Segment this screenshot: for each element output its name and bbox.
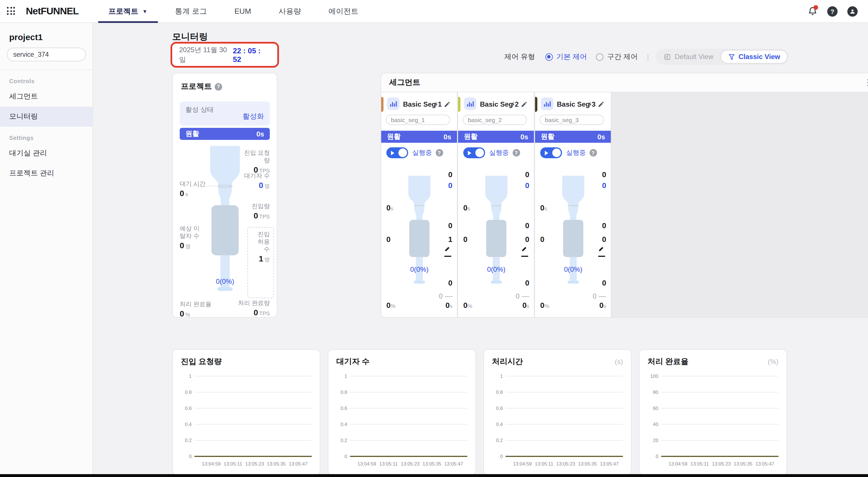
svg-text:80: 80 [653,389,658,395]
menu-item-eum[interactable]: EUM [221,0,265,23]
classic-view-button[interactable]: Classic View [720,50,787,64]
segment-proc-time: 0s [445,301,453,310]
app-launcher-icon[interactable] [7,7,16,15]
account-icon[interactable] [847,6,858,16]
bolt-icon[interactable] [510,100,517,110]
grid-view-icon [664,53,671,61]
current-time: 22 : 05 : 52 [233,46,270,63]
default-view-button[interactable]: Default View [657,50,720,63]
notification-bell-icon[interactable] [808,6,817,16]
help-icon[interactable]: ? [215,83,222,90]
svg-text:13:05:35: 13:05:35 [578,461,597,467]
edit-allowed-icon[interactable] [521,245,528,257]
metric-expected-dropout: 예상 이탈자 수 0명 [180,225,205,251]
help-icon[interactable]: ? [589,149,597,157]
svg-text:0.8: 0.8 [496,389,503,395]
svg-text:0.4: 0.4 [496,422,503,427]
svg-text:13:04:59: 13:04:59 [513,461,532,467]
run-toggle[interactable] [540,147,562,158]
sidebar-item-segment[interactable]: 세그먼트 [0,87,92,107]
sidebar-section-controls: Controls [9,78,92,84]
svg-text:13:04:59: 13:04:59 [358,461,376,467]
project-card: 프로젝트? 활성 상태 활성화 원활 0s 0(0%) 진입 [172,73,277,318]
svg-text:40: 40 [653,422,658,427]
run-toggle[interactable] [386,147,408,158]
menu-item-usage[interactable]: 사용량 [265,0,315,23]
edit-pencil-icon[interactable] [598,100,604,110]
svg-text:13:05:11: 13:05:11 [690,461,709,467]
sidebar-item-project-mgmt[interactable]: 프로젝트 관리 [0,163,92,183]
project-card-title: 프로젝트 [181,82,212,91]
radio-range-control[interactable]: 구간 제어 [596,52,638,62]
segment-completed: 0 [448,279,453,287]
service-select[interactable] [7,47,86,61]
svg-text:13:04:59: 13:04:59 [669,461,687,467]
vertical-divider: | [647,53,649,61]
sidebar-item-monitoring[interactable]: 모니터링 [0,107,92,127]
chart-card-waiting-count: 대기자 수 00.20.40.60.8113:04:5913:05:1113:0… [328,349,476,474]
menu-item-project[interactable]: 프로젝트 ▼ [95,0,161,23]
segment-state-bar: 원활0s [535,131,611,143]
play-icon [468,150,471,155]
radio-basic-control[interactable]: 기본 제어 [546,52,587,62]
run-toggle[interactable] [463,147,485,158]
svg-text:0.2: 0.2 [340,438,347,443]
chart-title: 대기자 수 [336,356,370,367]
svg-text:0.6: 0.6 [340,406,347,411]
segment-key-input[interactable] [463,115,527,125]
segment-key-input[interactable] [386,115,450,125]
svg-text:0.4: 0.4 [185,422,191,427]
metric-wait-time: 대기 시간 0s [180,180,206,199]
segment-funnel-graphic [480,168,512,303]
svg-text:0.2: 0.2 [185,438,191,443]
segment-waiting: 0 [448,181,453,190]
active-status-box: 활성 상태 활성화 [180,101,270,126]
segment-key-input[interactable] [539,115,604,125]
segment-chamber-value: 0(0%) [480,266,512,273]
help-icon[interactable]: ? [435,149,443,157]
help-icon[interactable]: ? [513,149,520,157]
menu-item-agent[interactable]: 에이전트 [315,0,372,23]
segment-trend: 0 — [516,292,529,300]
help-icon[interactable]: ? [827,6,838,16]
menu-item-stats-log[interactable]: 통계 로그 [161,0,221,23]
bar-chart-icon [541,98,553,110]
app-root: NetFUNNEL 프로젝트 ▼ 통계 로그 EUM 사용량 에이전트 ? [0,0,868,477]
svg-text:0: 0 [189,454,191,459]
bolt-icon[interactable] [587,100,594,110]
segment-wait-time: 0s [386,204,393,212]
brand-logo: NetFUNNEL [26,5,79,17]
datetime-highlight-box: 2025년 11월 30일 22 : 05 : 52 [170,42,279,68]
svg-text:13:05:11: 13:05:11 [224,461,242,467]
edit-pencil-icon[interactable] [444,100,451,110]
control-type-row: 제어 유형 기본 제어 구간 제어 | Default View [504,49,789,64]
state-label: 원활 [185,129,199,139]
edit-allowed-icon[interactable] [598,245,605,257]
chart-card-completion-rate: 처리 완료율 (%) 02040608010013:04:5913:05:111… [639,349,787,474]
chevron-down-icon: ▼ [143,8,148,14]
sidebar-item-waitroom[interactable]: 대기실 관리 [0,143,92,163]
running-label: 실행중 [412,148,432,157]
chart-title: 처리시간 [492,356,523,367]
segment-proc-time: 0s [522,301,529,310]
bolt-icon[interactable] [433,100,440,110]
segment-trend: 0 — [592,292,606,300]
line-chart: 00.20.40.60.8113:04:5913:05:1113:05:2313… [177,370,315,472]
sidebar-divider [0,69,92,70]
svg-text:13:05:35: 13:05:35 [423,461,441,467]
svg-text:0.4: 0.4 [340,422,347,427]
segment-allowed: 1 [448,235,453,244]
svg-text:1: 1 [500,374,503,379]
edit-pencil-icon[interactable] [521,100,528,110]
project-chamber-value: 0(0%) [204,277,246,285]
segment-funnel-graphic [404,168,435,303]
metric-entry-allowed: 진입 허용 수 1명 [250,231,270,265]
segment-rate: 0% [386,301,395,310]
notification-badge [813,5,818,10]
radio-dot-icon [546,53,553,61]
edit-allowed-icon[interactable] [444,245,451,257]
chart-unit: (s) [615,358,623,366]
metric-waiting-count: 대기자 수 0명 [236,172,270,191]
bar-chart-icon [387,98,400,110]
screen-bottom-bar [0,474,868,477]
